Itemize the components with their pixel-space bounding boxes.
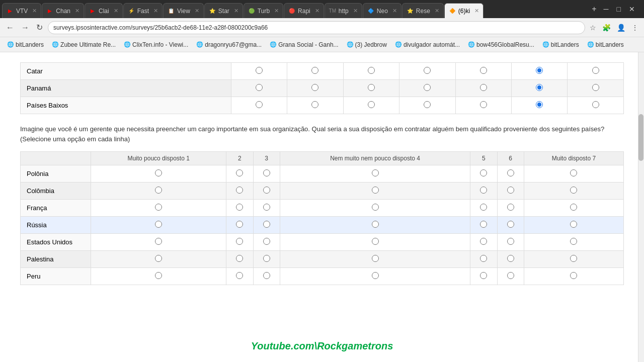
- close-button[interactable]: ✕: [626, 5, 638, 13]
- radio-cell[interactable]: [91, 251, 226, 268]
- radio-option[interactable]: [507, 169, 514, 176]
- radio-option[interactable]: [155, 238, 162, 245]
- radio-option[interactable]: [368, 67, 375, 74]
- bookmark-item[interactable]: 🌐divulgador automát...: [392, 40, 463, 49]
- radio-cell[interactable]: [287, 80, 343, 97]
- radio-option[interactable]: [311, 67, 318, 74]
- radio-cell[interactable]: [280, 268, 470, 285]
- radio-option[interactable]: [480, 67, 487, 74]
- radio-option[interactable]: [570, 204, 577, 211]
- radio-option[interactable]: [263, 272, 270, 279]
- radio-option[interactable]: [372, 238, 379, 245]
- radio-option[interactable]: [311, 101, 318, 108]
- radio-cell[interactable]: [497, 165, 524, 183]
- profile-icon[interactable]: 👤: [615, 22, 627, 33]
- radio-cell[interactable]: [226, 183, 253, 200]
- minimize-button[interactable]: ─: [601, 5, 612, 13]
- radio-option[interactable]: [256, 67, 263, 74]
- new-tab-button[interactable]: +: [588, 5, 600, 14]
- tab-rapi[interactable]: 🔴Rapi✕: [284, 3, 324, 18]
- radio-option[interactable]: [480, 187, 487, 194]
- radio-option[interactable]: [256, 84, 263, 91]
- radio-option[interactable]: [236, 169, 243, 176]
- radio-cell[interactable]: [226, 217, 253, 234]
- radio-option[interactable]: [480, 84, 487, 91]
- radio-cell[interactable]: [524, 165, 623, 183]
- radio-option[interactable]: [424, 84, 431, 91]
- radio-option[interactable]: [155, 204, 162, 211]
- radio-option[interactable]: [236, 255, 243, 262]
- radio-option[interactable]: [263, 238, 270, 245]
- radio-cell[interactable]: [455, 80, 511, 97]
- radio-option[interactable]: [372, 272, 379, 279]
- tab-star[interactable]: ⭐Star✕: [204, 3, 243, 18]
- radio-option[interactable]: [372, 221, 379, 228]
- radio-cell[interactable]: [343, 63, 399, 80]
- radio-cell[interactable]: [91, 234, 226, 251]
- maximize-button[interactable]: □: [614, 5, 624, 13]
- radio-cell[interactable]: [280, 183, 470, 200]
- radio-cell[interactable]: [399, 63, 455, 80]
- radio-option[interactable]: [155, 221, 162, 228]
- radio-option[interactable]: [256, 101, 263, 108]
- radio-option[interactable]: [570, 255, 577, 262]
- radio-cell[interactable]: [253, 183, 280, 200]
- radio-cell[interactable]: [253, 217, 280, 234]
- radio-option[interactable]: [263, 255, 270, 262]
- radio-option[interactable]: [536, 101, 543, 108]
- star-icon[interactable]: ☆: [588, 22, 598, 33]
- tab-clai[interactable]: ▶Clai✕: [85, 3, 123, 18]
- radio-cell[interactable]: [470, 268, 497, 285]
- radio-cell[interactable]: [226, 251, 253, 268]
- radio-cell[interactable]: [226, 165, 253, 183]
- radio-option[interactable]: [480, 255, 487, 262]
- radio-option[interactable]: [507, 187, 514, 194]
- bookmark-item[interactable]: 🌐bitLanders: [584, 40, 627, 49]
- radio-option[interactable]: [480, 169, 487, 176]
- radio-cell[interactable]: [253, 165, 280, 183]
- bookmark-item[interactable]: 🌐Zubee Ultimate Re...: [49, 40, 119, 49]
- radio-cell[interactable]: [231, 80, 287, 97]
- tab-turb[interactable]: 🟢Turb✕: [244, 3, 283, 18]
- radio-option[interactable]: [570, 272, 577, 279]
- radio-cell[interactable]: [343, 97, 399, 114]
- radio-option[interactable]: [570, 169, 577, 176]
- radio-cell[interactable]: [253, 200, 280, 217]
- radio-cell[interactable]: [524, 200, 623, 217]
- radio-option[interactable]: [368, 101, 375, 108]
- radio-option[interactable]: [368, 84, 375, 91]
- bookmark-item[interactable]: 🌐bitLanders: [4, 40, 47, 49]
- radio-cell[interactable]: [568, 97, 624, 114]
- radio-cell[interactable]: [231, 97, 287, 114]
- radio-option[interactable]: [236, 272, 243, 279]
- radio-option[interactable]: [372, 204, 379, 211]
- refresh-button[interactable]: ↻: [34, 21, 45, 34]
- radio-cell[interactable]: [91, 217, 226, 234]
- radio-cell[interactable]: [91, 268, 226, 285]
- radio-cell[interactable]: [512, 63, 568, 80]
- radio-cell[interactable]: [226, 200, 253, 217]
- radio-option[interactable]: [592, 84, 599, 91]
- radio-cell[interactable]: [280, 200, 470, 217]
- radio-option[interactable]: [236, 221, 243, 228]
- radio-option[interactable]: [480, 221, 487, 228]
- radio-option[interactable]: [372, 255, 379, 262]
- radio-cell[interactable]: [226, 234, 253, 251]
- radio-cell[interactable]: [226, 268, 253, 285]
- radio-cell[interactable]: [470, 217, 497, 234]
- bookmark-item[interactable]: 🌐bow456GlobalResu...: [465, 40, 537, 49]
- radio-cell[interactable]: [497, 217, 524, 234]
- radio-option[interactable]: [155, 255, 162, 262]
- radio-option[interactable]: [424, 101, 431, 108]
- radio-option[interactable]: [570, 187, 577, 194]
- radio-option[interactable]: [507, 255, 514, 262]
- radio-cell[interactable]: [280, 165, 470, 183]
- back-button[interactable]: ←: [4, 21, 16, 34]
- radio-option[interactable]: [507, 238, 514, 245]
- radio-cell[interactable]: [497, 268, 524, 285]
- radio-option[interactable]: [480, 204, 487, 211]
- radio-cell[interactable]: [470, 234, 497, 251]
- radio-option[interactable]: [507, 272, 514, 279]
- radio-cell[interactable]: [280, 251, 470, 268]
- radio-cell[interactable]: [512, 97, 568, 114]
